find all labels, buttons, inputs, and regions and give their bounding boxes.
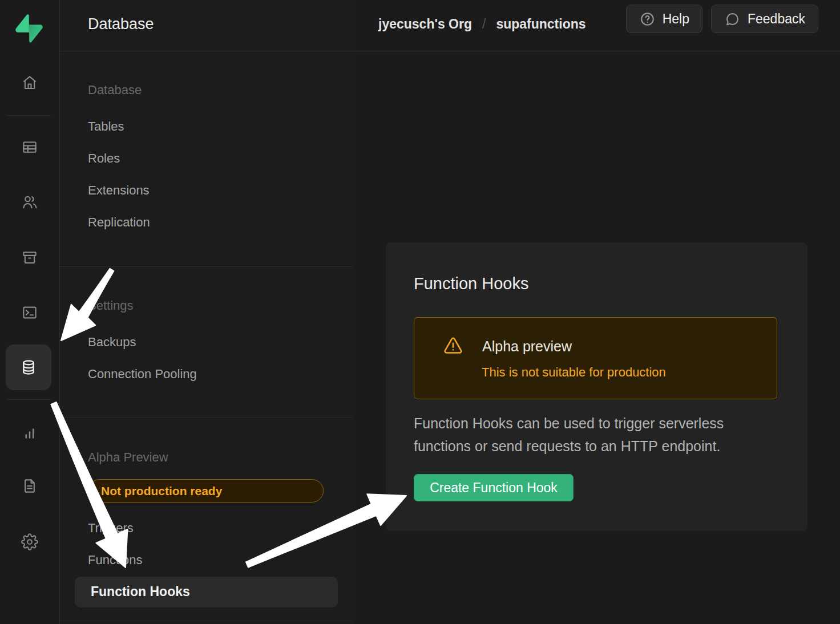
sidebar-item-functions[interactable]: Functions (88, 553, 142, 568)
database-icon (20, 359, 37, 376)
nav-reports-button[interactable] (14, 416, 46, 448)
card-title: Function Hooks (414, 274, 529, 293)
section-header-settings: Settings (88, 298, 134, 313)
breadcrumb-separator: / (482, 17, 486, 32)
database-sidebar: Database Database Tables Roles Extension… (60, 0, 353, 624)
sidebar-divider (60, 621, 353, 621)
storage-icon (21, 249, 38, 266)
card-description-line: functions or send requests to an HTTP en… (414, 435, 724, 457)
rail-divider (7, 399, 51, 400)
sidebar-divider (60, 417, 353, 418)
feedback-bubble-icon (724, 11, 741, 27)
breadcrumb-project[interactable]: supafunctions (496, 17, 585, 32)
section-header-database: Database (88, 83, 142, 98)
table-editor-icon (21, 139, 38, 156)
main-content: jyecusch's Org / supafunctions Help Feed… (353, 0, 840, 624)
sidebar-item-label: Function Hooks (91, 584, 190, 599)
nav-rail (0, 0, 60, 624)
nav-settings-button[interactable] (14, 526, 46, 558)
sidebar-item-connection-pooling[interactable]: Connection Pooling (88, 367, 197, 382)
alert-title: Alpha preview (482, 338, 572, 355)
sidebar-item-triggers[interactable]: Triggers (88, 521, 134, 536)
supabase-dashboard: Database Database Tables Roles Extension… (0, 0, 840, 624)
home-icon (21, 74, 38, 91)
sidebar-divider (60, 266, 353, 267)
docs-icon (21, 477, 38, 495)
alert-description: This is not suitable for production (482, 365, 666, 380)
auth-users-icon (21, 193, 38, 210)
breadcrumb: jyecusch's Org / supafunctions (378, 17, 586, 32)
sidebar-title: Database (88, 15, 154, 33)
warning-triangle-icon (443, 335, 463, 356)
nav-auth-button[interactable] (14, 186, 46, 218)
help-circle-icon (639, 11, 656, 27)
help-button[interactable]: Help (626, 5, 702, 33)
sidebar-item-function-hooks[interactable]: Function Hooks (75, 577, 338, 607)
sql-editor-icon (21, 304, 38, 321)
reports-icon (21, 424, 38, 441)
sidebar-item-backups[interactable]: Backups (88, 335, 136, 350)
header-actions: Help Feedback (626, 5, 818, 33)
main-header: jyecusch's Org / supafunctions Help Feed… (353, 0, 840, 51)
nav-home-button[interactable] (14, 67, 46, 99)
feedback-button-label: Feedback (748, 11, 805, 27)
feedback-button[interactable]: Feedback (711, 5, 818, 33)
help-button-label: Help (663, 11, 689, 27)
nav-sql-editor-button[interactable] (14, 297, 46, 329)
function-hooks-card: Function Hooks Alpha preview This is not… (386, 242, 807, 531)
alpha-preview-alert: Alpha preview This is not suitable for p… (414, 317, 777, 399)
nav-table-editor-button[interactable] (14, 131, 46, 163)
nav-storage-button[interactable] (14, 241, 46, 273)
create-function-hook-button[interactable]: Create Function Hook (414, 474, 574, 501)
section-header-alpha-preview: Alpha Preview (88, 450, 168, 465)
supabase-logo-icon (15, 14, 43, 43)
nav-docs-button[interactable] (14, 470, 46, 502)
rail-divider (7, 115, 51, 116)
not-production-ready-badge: Not production ready (88, 479, 324, 503)
nav-database-button[interactable] (6, 345, 51, 390)
sidebar-item-tables[interactable]: Tables (88, 119, 124, 134)
breadcrumb-org[interactable]: jyecusch's Org (378, 17, 472, 32)
supabase-logo[interactable] (15, 14, 43, 43)
settings-gear-icon (21, 533, 38, 550)
card-description-line: Function Hooks can be used to trigger se… (414, 412, 724, 435)
sidebar-item-roles[interactable]: Roles (88, 151, 120, 166)
card-description: Function Hooks can be used to trigger se… (414, 412, 724, 457)
sidebar-item-replication[interactable]: Replication (88, 215, 150, 230)
sidebar-header: Database (60, 0, 353, 51)
sidebar-item-extensions[interactable]: Extensions (88, 183, 150, 198)
